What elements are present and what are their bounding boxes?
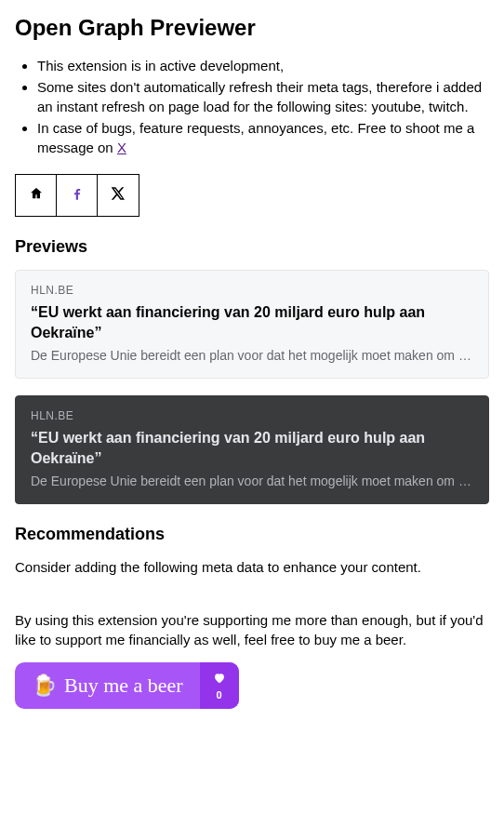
- preview-description: De Europese Unie bereidt een plan voor d…: [31, 348, 473, 363]
- previews-heading: Previews: [15, 237, 489, 257]
- preview-domain: HLN.BE: [31, 409, 473, 422]
- preview-card-light[interactable]: HLN.BE “EU werkt aan financiering van 20…: [15, 270, 489, 379]
- beer-button-side: 0: [200, 662, 239, 709]
- beer-button-main: 🍺 Buy me a beer: [15, 662, 200, 709]
- tab-home[interactable]: [16, 175, 57, 216]
- preview-title: “EU werkt aan financiering van 20 miljar…: [31, 428, 473, 468]
- x-link[interactable]: X: [117, 140, 126, 155]
- home-icon: [29, 186, 44, 205]
- tab-x[interactable]: [98, 175, 139, 216]
- beer-count: 0: [217, 689, 222, 700]
- beer-icon: 🍺: [32, 675, 57, 696]
- note-item: Some sites don't automatically refresh t…: [37, 77, 489, 116]
- preview-title: “EU werkt aan financiering van 20 miljar…: [31, 302, 473, 342]
- page-title: Open Graph Previewer: [15, 15, 489, 41]
- preview-description: De Europese Unie bereidt een plan voor d…: [31, 474, 473, 488]
- recommendations-text: Consider adding the following meta data …: [15, 557, 489, 577]
- buy-me-a-beer-button[interactable]: 🍺 Buy me a beer 0: [15, 662, 239, 709]
- recommendations-heading: Recommendations: [15, 525, 489, 544]
- support-text: By using this extension you're supportin…: [15, 610, 489, 649]
- platform-tabs: [15, 174, 139, 217]
- notes-list: This extension is in active development,…: [15, 56, 489, 157]
- preview-card-dark[interactable]: HLN.BE “EU werkt aan financiering van 20…: [15, 395, 489, 504]
- heart-icon: [213, 672, 226, 688]
- preview-domain: HLN.BE: [31, 284, 473, 297]
- tab-facebook[interactable]: [57, 175, 98, 216]
- facebook-icon: [70, 186, 85, 205]
- note-item: In case of bugs, feature requests, annoy…: [37, 118, 489, 157]
- note-item: This extension is in active development,: [37, 56, 489, 75]
- x-icon: [111, 186, 126, 205]
- beer-button-label: Buy me a beer: [64, 675, 183, 696]
- note-text: In case of bugs, feature requests, annoy…: [37, 120, 474, 155]
